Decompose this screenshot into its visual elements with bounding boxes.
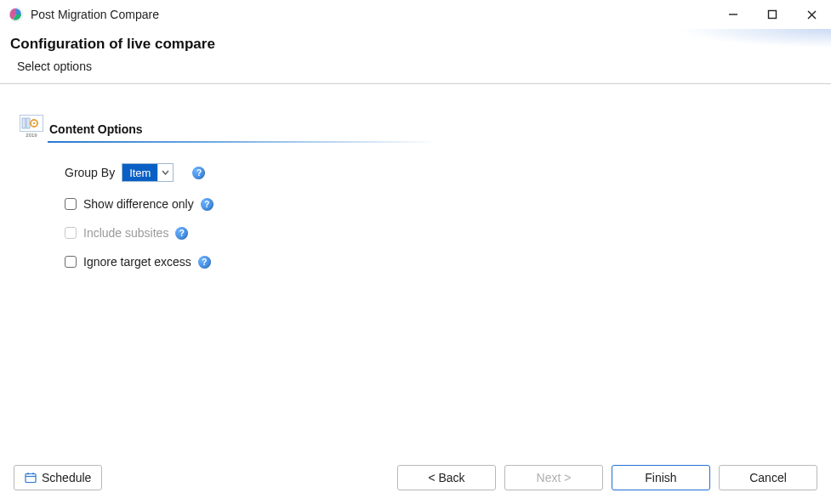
back-label: < Back [428, 471, 464, 484]
wizard-footer: Schedule < Back Next > Finish Cancel [0, 465, 831, 490]
options-list: Group By Item ? Show difference only ? I… [65, 163, 422, 269]
finish-button[interactable]: Finish [612, 465, 710, 490]
svg-point-8 [33, 122, 35, 124]
next-label: Next > [537, 471, 572, 484]
schedule-icon [25, 472, 37, 484]
include-subsites-row: Include subsites ? [65, 226, 422, 240]
ignore-target-row: Ignore target excess ? [65, 255, 422, 269]
include-subsites-label: Include subsites [83, 226, 168, 240]
svg-rect-13 [26, 474, 36, 483]
ignore-target-checkbox[interactable] [65, 256, 77, 268]
content-area: 2019 Content Options Group By Item ? Sho… [0, 84, 831, 422]
page-title: Configuration of live compare [10, 36, 821, 53]
section-icon-caption: 2019 [26, 133, 37, 138]
chevron-down-icon [157, 164, 173, 181]
schedule-label: Schedule [42, 471, 91, 484]
group-by-label: Group By [65, 166, 115, 179]
svg-rect-6 [26, 118, 30, 128]
next-button: Next > [504, 465, 603, 490]
app-icon [9, 7, 24, 22]
group-by-row: Group By Item ? [65, 163, 422, 182]
maximize-button[interactable] [753, 0, 792, 29]
help-icon[interactable]: ? [192, 167, 205, 179]
svg-rect-5 [22, 118, 26, 128]
back-button[interactable]: < Back [397, 465, 496, 490]
group-by-select[interactable]: Item [122, 163, 174, 182]
ignore-target-label: Ignore target excess [83, 255, 191, 269]
help-icon[interactable]: ? [198, 256, 211, 269]
svg-rect-2 [769, 11, 777, 19]
minimize-button[interactable] [714, 0, 753, 29]
show-difference-checkbox[interactable] [65, 198, 77, 210]
schedule-button[interactable]: Schedule [14, 465, 102, 490]
help-icon[interactable]: ? [201, 198, 213, 211]
show-difference-row: Show difference only ? [65, 197, 422, 211]
include-subsites-checkbox [65, 227, 77, 239]
group-by-value: Item [122, 164, 157, 181]
section-underline [48, 141, 439, 143]
cancel-button[interactable]: Cancel [719, 465, 817, 490]
show-difference-label: Show difference only [83, 197, 194, 211]
section-title: Content Options [49, 122, 143, 138]
help-icon[interactable]: ? [175, 227, 188, 240]
window-title: Post Migration Compare [31, 8, 714, 21]
cancel-label: Cancel [749, 471, 787, 484]
section-header: 2019 Content Options [19, 115, 831, 138]
finish-label: Finish [645, 471, 676, 484]
titlebar: Post Migration Compare [0, 0, 831, 29]
close-button[interactable] [792, 0, 831, 29]
page-subtitle: Select options [17, 59, 821, 73]
content-options-icon [20, 115, 43, 132]
section-icon-wrapper: 2019 [19, 115, 44, 138]
wizard-header: Configuration of live compare Select opt… [0, 29, 831, 84]
window-controls [714, 0, 831, 29]
